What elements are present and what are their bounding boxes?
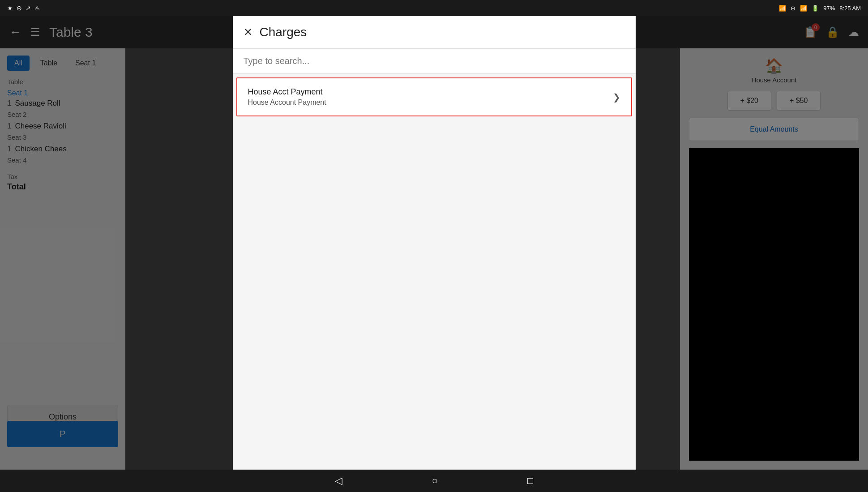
dialog-results: House Acct Payment House Account Payment… xyxy=(233,74,636,470)
battery-level: 97% xyxy=(823,5,835,12)
bluetooth-icon: ★ xyxy=(7,4,13,12)
nav-back-button[interactable]: ◁ xyxy=(335,475,342,487)
result-secondary: House Account Payment xyxy=(248,98,326,107)
result-item-house[interactable]: House Acct Payment House Account Payment… xyxy=(236,77,632,116)
signal-minus-icon: ⊖ xyxy=(791,5,795,12)
dialog-title: Charges xyxy=(260,25,307,39)
dialog-search-area xyxy=(233,49,636,74)
search-input[interactable] xyxy=(244,56,625,66)
notification-icon: ⊝ xyxy=(17,4,22,12)
nav-recent-button[interactable]: □ xyxy=(527,475,533,487)
status-bar-left-icons: ★ ⊝ ↗ ⨹ xyxy=(7,4,40,12)
chevron-right-icon: ❯ xyxy=(613,92,620,103)
charges-dialog: ✕ Charges House Acct Payment House Accou… xyxy=(233,16,636,470)
wifi-icon: 📶 xyxy=(800,5,807,12)
arrow-icon: ↗ xyxy=(26,4,31,12)
dialog-header: ✕ Charges xyxy=(233,16,636,49)
battery-icon: 🔋 xyxy=(812,5,819,12)
status-bar: ★ ⊝ ↗ ⨹ 📶 ⊖ 📶 🔋 97% 8:25 AM xyxy=(0,0,868,16)
result-primary: House Acct Payment xyxy=(248,87,326,97)
result-text: House Acct Payment House Account Payment xyxy=(248,87,326,107)
bottom-nav-bar: ◁ ○ □ xyxy=(0,470,868,492)
bluetooth-status-icon: 📶 xyxy=(779,5,786,12)
dialog-close-button[interactable]: ✕ xyxy=(244,26,252,39)
status-bar-right: 📶 ⊖ 📶 🔋 97% 8:25 AM xyxy=(779,5,861,12)
clock: 8:25 AM xyxy=(839,5,861,12)
usb-icon: ⨹ xyxy=(34,4,40,12)
nav-home-button[interactable]: ○ xyxy=(432,475,438,487)
